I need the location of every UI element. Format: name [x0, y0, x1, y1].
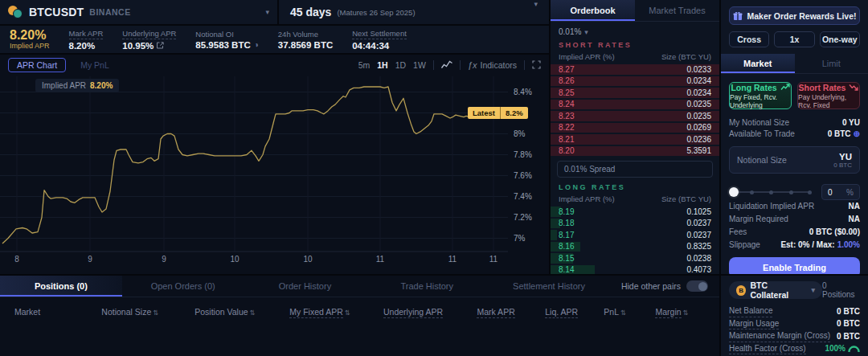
orderbook-row-short[interactable]: 8.205.3591 [551, 145, 719, 158]
stat-item: Underlying APR10.95% [122, 29, 176, 51]
tab-open-orders-0-[interactable]: Open Orders (0) [122, 276, 244, 297]
svg-text:11: 11 [376, 255, 385, 264]
timeframe-1h[interactable]: 1H [377, 60, 387, 70]
left-column: BTCUSDT BINANCE ▾ 45 days (Matures 26 Se… [0, 0, 549, 274]
orderbook-row-short[interactable]: 8.240.0235 [551, 99, 719, 111]
order-type-tabs: Market Limit [721, 54, 868, 74]
info-row: Liquidation Implied APRNA [729, 200, 860, 212]
positions-table-header: MarketNotional Size⇅Position Value⇅My Fi… [0, 297, 719, 317]
timeframe-1d[interactable]: 1D [395, 60, 406, 70]
half-circle-icon: ◑ [254, 40, 259, 49]
info-row: SlippageEst: 0% / Max: 1.00% [729, 239, 860, 251]
tab-positions-0-[interactable]: Positions (0) [0, 276, 122, 297]
deposit-plus-icon[interactable]: ⊕ [854, 129, 860, 140]
my-notional-row: My Notional Size 0 YU [729, 117, 860, 129]
orderbook-row-short[interactable]: 8.210.0236 [551, 133, 719, 145]
gauge-icon [848, 345, 860, 352]
line-chart-icon[interactable] [441, 60, 452, 71]
gift-icon [733, 11, 743, 21]
percent-unit: % [846, 188, 854, 197]
orderbook-header: Implied APR (%) Size (BTC YU) [551, 193, 719, 206]
grouping-select[interactable]: 0.01%▾ [551, 22, 719, 39]
implied-apr-block: 8.20% Implied APR [10, 29, 50, 50]
orderbook-row-short[interactable]: 8.250.0234 [551, 87, 719, 99]
pair-selector[interactable]: BTCUSDT BINANCE ▾ [0, 0, 277, 24]
notional-size-input[interactable]: Notional Size YU 0 BTC [729, 146, 860, 174]
mode-button-cross[interactable]: Cross [729, 31, 769, 47]
orderbook-row-long[interactable]: 8.150.0238 [551, 252, 719, 264]
timeframe-1w[interactable]: 1W [413, 60, 426, 70]
stats-items: Mark APR8.20%Underlying APR10.95%Notiona… [69, 29, 407, 51]
y-tick-label: 7% [514, 234, 525, 243]
size-slider[interactable] [729, 187, 813, 197]
orderbook-row-long[interactable]: 8.190.1025 [551, 206, 719, 218]
col-size: Size (BTC YU) [661, 194, 711, 203]
sort-icon: ⇅ [153, 309, 158, 317]
tab-order-history[interactable]: Order History [244, 276, 366, 297]
chart-legend: Implied APR8.20% [35, 79, 119, 92]
sort-icon: ⇅ [683, 309, 689, 317]
grouping-value: 0.01% [559, 27, 581, 36]
tab-limit[interactable]: Limit [795, 54, 868, 73]
collateral-panel: B BTC Collateral ▾ 0 Positions Net Balan… [721, 276, 868, 356]
mode-button-1x[interactable]: 1x [774, 31, 814, 47]
rewards-banner-label: Maker Order Rewards Live! [747, 11, 857, 21]
orderbook-row-short[interactable]: 8.260.0234 [551, 76, 719, 88]
mode-button-one-way[interactable]: One-way [820, 31, 860, 47]
orderbook-row-long[interactable]: 8.170.0237 [551, 229, 719, 241]
implied-apr-label: Implied APR [10, 42, 50, 50]
divider [460, 60, 461, 70]
column-notional-size[interactable]: Notional Size⇅ [84, 307, 177, 317]
fullscreen-icon[interactable] [532, 60, 541, 71]
orderbook-row-short[interactable]: 8.270.0233 [551, 63, 719, 76]
svg-text:10: 10 [303, 255, 313, 264]
hide-pairs-toggle[interactable] [686, 280, 708, 292]
col-implied-apr: Implied APR (%) [559, 52, 615, 61]
orderbook-row-long[interactable]: 8.140.4073 [551, 264, 719, 275]
pair-name: BTCUSDT [29, 6, 84, 18]
tab-my-pnl[interactable]: My PnL [72, 59, 117, 72]
contract-selector[interactable]: 45 days (Matures 26 Sep 2025) ▾ [279, 0, 549, 24]
column-pnl[interactable]: PnL⇅ [591, 307, 639, 317]
available-row: Available To Trade 0 BTC ⊕ [729, 129, 860, 140]
enable-trading-button[interactable]: Enable Trading [729, 257, 860, 274]
tab-trade-history[interactable]: Trade History [366, 276, 488, 297]
tab-orderbook[interactable]: Orderbook [551, 0, 635, 21]
orderbook-header: Implied APR (%) Size (BTC YU) [551, 51, 719, 63]
long-rates-button[interactable]: Long Rates Pay Fixed, Rcv. Underlying [729, 82, 792, 109]
tab-apr-chart[interactable]: APR Chart [8, 58, 66, 72]
hide-other-pairs: Hide other pairs [610, 276, 719, 297]
orderbook-row-short[interactable]: 8.230.0235 [551, 110, 719, 122]
indicators-button[interactable]: ƒx Indicators [468, 60, 517, 70]
orderbook-row-short[interactable]: 8.220.0269 [551, 122, 719, 134]
short-rates-button[interactable]: Short Rates Pay Underlying, Rcv. Fixed [797, 82, 860, 109]
timeframe-5m[interactable]: 5m [358, 60, 371, 70]
info-row: Fees0 BTC ($0.00) [729, 226, 860, 238]
collateral-selector-label: BTC Collateral [750, 280, 805, 300]
implied-apr-value: 8.20% [10, 29, 50, 42]
orderbook-row-long[interactable]: 8.160.8325 [551, 241, 719, 253]
fx-icon: ƒx [468, 60, 477, 70]
stats-bar: 8.20% Implied APR Mark APR8.20%Underlyin… [0, 26, 549, 53]
column-margin[interactable]: Margin⇅ [639, 307, 705, 317]
tab-settlement-history[interactable]: Settlement History [488, 276, 610, 297]
column-position-value[interactable]: Position Value⇅ [177, 307, 273, 317]
pair-coin-icon [8, 6, 23, 18]
percent-input[interactable]: 0 % [821, 184, 860, 200]
depth-bar [551, 230, 557, 240]
chart-toolbar: APR Chart My PnL 5m1H1D1W ƒx Indicators [0, 55, 549, 76]
trade-panel: Maker Order Rewards Live! Cross1xOne-way… [721, 0, 868, 274]
rewards-banner[interactable]: Maker Order Rewards Live! [729, 6, 860, 25]
y-tick-label: 8% [514, 129, 525, 138]
tab-market[interactable]: Market [721, 54, 795, 73]
percent-value: 0 [828, 188, 833, 197]
apr-line-chart[interactable]: 8991010111111 [0, 76, 508, 268]
slider-thumb[interactable] [729, 187, 739, 197]
collateral-selector[interactable]: B BTC Collateral ▾ [729, 281, 822, 299]
external-link-icon[interactable] [157, 42, 164, 49]
orderbook-row-long[interactable]: 8.180.0237 [551, 218, 719, 230]
column-my-fixed-apr[interactable]: My Fixed APR⇅ [273, 307, 366, 317]
tab-market-trades[interactable]: Market Trades [635, 0, 719, 21]
sort-icon: ⇅ [345, 309, 350, 317]
contract-maturity: (Matures 26 Sep 2025) [337, 8, 415, 17]
